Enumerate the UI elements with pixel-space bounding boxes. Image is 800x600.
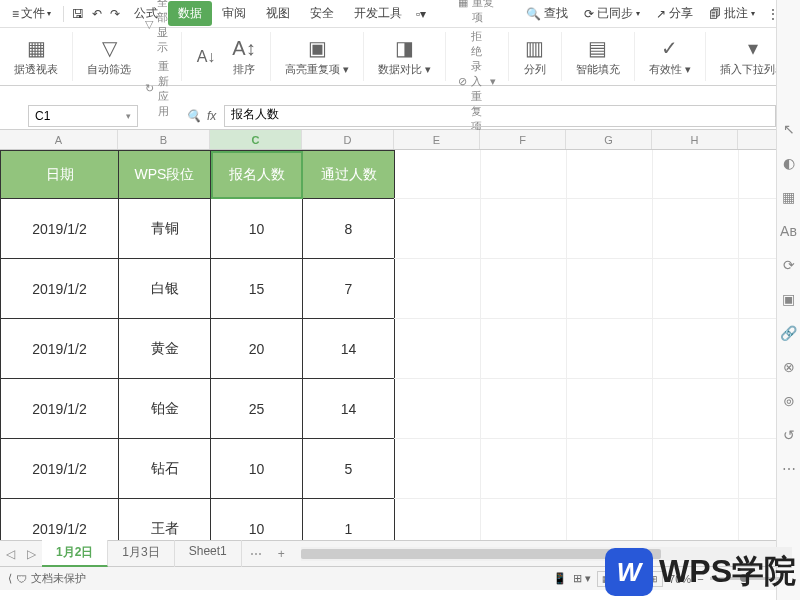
filter-icon: ▽	[97, 36, 121, 60]
cell[interactable]: 铂金	[119, 379, 211, 439]
annotate-icon: 🗐	[709, 7, 721, 21]
cell-ref: C1	[35, 109, 50, 123]
col-header-E[interactable]: E	[394, 130, 480, 149]
sheet-more[interactable]: ⋯	[242, 547, 270, 561]
table-header[interactable]: 通过人数	[303, 151, 395, 199]
highlight-dup-button[interactable]: ▣ 高亮重复项 ▾	[279, 34, 355, 79]
save-icon[interactable]: 🖫	[68, 5, 88, 23]
undo-icon[interactable]: ↶	[88, 5, 106, 23]
cell[interactable]: 白银	[119, 259, 211, 319]
table-header[interactable]: 日期	[1, 151, 119, 199]
annotate-button[interactable]: 🗐 批注 ▾	[705, 3, 759, 24]
gear-icon[interactable]: ⊚	[780, 392, 798, 410]
cell[interactable]: 10	[211, 199, 303, 259]
cell[interactable]: 20	[211, 319, 303, 379]
cell[interactable]: 2019/1/2	[1, 319, 119, 379]
redo-icon[interactable]: ↷	[106, 5, 124, 23]
pivot-table-button[interactable]: ▦ 据透视表	[8, 34, 64, 79]
more-icon[interactable]: ⋯	[780, 460, 798, 478]
cell[interactable]: 15	[211, 259, 303, 319]
sheet-nav-prev[interactable]: ◁	[0, 547, 21, 561]
phone-icon[interactable]: 📱	[553, 572, 567, 585]
sync-label: 已同步	[597, 5, 633, 22]
cell[interactable]: 14	[303, 319, 395, 379]
file-menu[interactable]: ≡ 文件 ▾	[4, 3, 59, 24]
col-header-A[interactable]: A	[0, 130, 118, 149]
back-icon[interactable]: ⟨	[8, 572, 12, 585]
grid-icon[interactable]: ⊞ ▾	[573, 572, 591, 585]
cell[interactable]: 2019/1/2	[1, 199, 119, 259]
empty-cells[interactable]	[394, 150, 776, 540]
share-label: 分享	[669, 5, 693, 22]
share-button[interactable]: ↗ 分享	[652, 3, 697, 24]
search-button[interactable]: 🔍 查找	[522, 3, 572, 24]
annotate-label: 批注	[724, 5, 748, 22]
formula-input[interactable]: 报名人数	[224, 105, 776, 127]
sheet-tab-Sheet1[interactable]: Sheet1	[175, 540, 242, 567]
sync-button[interactable]: ⟳ 已同步 ▾	[580, 3, 644, 24]
col-header-F[interactable]: F	[480, 130, 566, 149]
fx-label[interactable]: 🔍 fx	[178, 109, 224, 123]
col-header-D[interactable]: D	[302, 130, 394, 149]
sheet-tab-1月2日[interactable]: 1月2日	[42, 540, 108, 567]
sort-asc[interactable]: A↓	[190, 45, 222, 69]
table-header[interactable]: WPS段位	[119, 151, 211, 199]
cell[interactable]: 10	[211, 439, 303, 499]
show-all-button[interactable]: ▽ 全部显示	[141, 0, 173, 56]
tab-视图[interactable]: 视图	[256, 1, 300, 26]
cell[interactable]: 王者	[119, 499, 211, 541]
split-label: 分列	[524, 62, 546, 77]
cell[interactable]: 14	[303, 379, 395, 439]
cell[interactable]: 黄金	[119, 319, 211, 379]
sheet-tab-1月3日[interactable]: 1月3日	[108, 540, 174, 567]
cell[interactable]: 青铜	[119, 199, 211, 259]
time-icon[interactable]: ↺	[780, 426, 798, 444]
validity-button[interactable]: ✓ 有效性 ▾	[643, 34, 697, 79]
col-header-C[interactable]: C	[210, 130, 302, 149]
show-all-icon: ▽	[145, 18, 153, 31]
table-header[interactable]: 报名人数	[211, 151, 303, 199]
cursor-icon[interactable]: ↖	[780, 120, 798, 138]
chain-icon[interactable]: 🔗	[780, 324, 798, 342]
link-icon[interactable]: ⟳	[780, 256, 798, 274]
col-header-G[interactable]: G	[566, 130, 652, 149]
abc-icon[interactable]: Aв	[780, 222, 798, 240]
col-header-H[interactable]: H	[652, 130, 738, 149]
cell[interactable]: 7	[303, 259, 395, 319]
eye-icon[interactable]: ⊗	[780, 358, 798, 376]
filter-button[interactable]: ▽ 自动筛选	[81, 34, 137, 79]
cell[interactable]: 5	[303, 439, 395, 499]
cell[interactable]: 10	[211, 499, 303, 541]
smart-fill-button[interactable]: ▤ 智能填充	[570, 34, 626, 79]
cell[interactable]: 2019/1/2	[1, 379, 119, 439]
tab-审阅[interactable]: 审阅	[212, 1, 256, 26]
more-menu[interactable]: ▫▾	[412, 5, 430, 23]
tab-开发工具[interactable]: 开发工具	[344, 1, 412, 26]
split-col-button[interactable]: ▥ 分列	[517, 34, 553, 79]
cell[interactable]: 25	[211, 379, 303, 439]
sort-button[interactable]: A↕ 排序	[226, 34, 262, 79]
tab-安全[interactable]: 安全	[300, 1, 344, 26]
cell[interactable]: 钻石	[119, 439, 211, 499]
wps-logo-icon: W	[605, 548, 653, 596]
data-table: 日期WPS段位报名人数通过人数2019/1/2青铜1082019/1/2白银15…	[0, 150, 395, 540]
select-icon[interactable]: ◐	[780, 154, 798, 172]
cell[interactable]: 2019/1/2	[1, 259, 119, 319]
show-all-label: 全部显示	[157, 0, 169, 55]
name-box[interactable]: C1	[28, 105, 138, 127]
cell[interactable]: 1	[303, 499, 395, 541]
dropdown-icon: ▾	[741, 36, 765, 60]
col-header-B[interactable]: B	[118, 130, 210, 149]
table-row: 2019/1/2王者101	[1, 499, 395, 541]
image-icon[interactable]: ▣	[780, 290, 798, 308]
tab-数据[interactable]: 数据	[168, 1, 212, 26]
table-icon[interactable]: ▦	[780, 188, 798, 206]
sheet-nav-next[interactable]: ▷	[21, 547, 42, 561]
cell[interactable]: 2019/1/2	[1, 499, 119, 541]
delete-dup-button[interactable]: ▦ 删除重复项	[454, 0, 500, 26]
cell[interactable]: 2019/1/2	[1, 439, 119, 499]
compare-button[interactable]: ◨ 数据对比 ▾	[372, 34, 437, 79]
reapply-button[interactable]: ↻ 重新应用	[141, 58, 173, 120]
sheet-add[interactable]: +	[270, 547, 293, 561]
cell[interactable]: 8	[303, 199, 395, 259]
